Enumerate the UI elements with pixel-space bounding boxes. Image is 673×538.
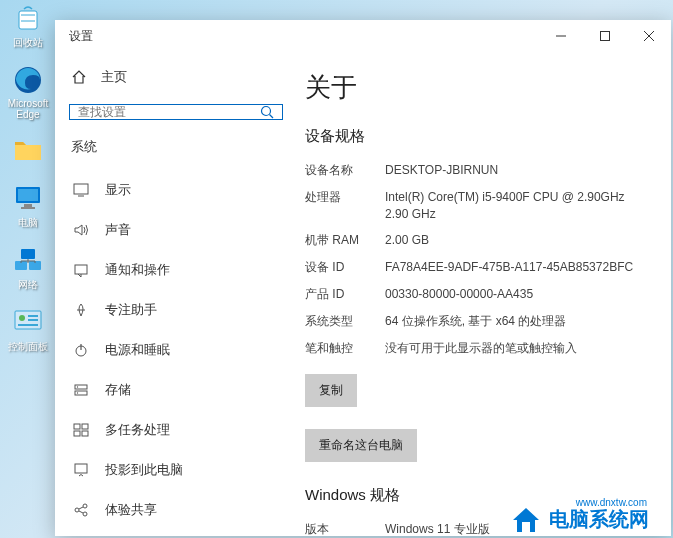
spec-ram: 机带 RAM 2.00 GB — [305, 232, 647, 249]
close-button[interactable] — [627, 20, 671, 52]
device-spec-title: 设备规格 — [305, 127, 647, 146]
content-area: 关于 设备规格 设备名称 DESKTOP-JBIRNUN 处理器 Intel(R… — [297, 52, 671, 536]
nav-item-display[interactable]: 显示 — [69, 170, 283, 210]
nav-label: 通知和操作 — [105, 261, 170, 279]
desktop-icon-control-panel[interactable]: 控制面板 — [6, 306, 50, 354]
titlebar: 设置 — [55, 20, 671, 52]
spec-system-type: 系统类型 64 位操作系统, 基于 x64 的处理器 — [305, 313, 647, 330]
svg-point-10 — [19, 315, 25, 321]
svg-rect-13 — [18, 324, 38, 326]
spec-device-id: 设备 ID FA78A4EE-9ADF-475B-A117-45AB85372B… — [305, 259, 647, 276]
spec-label: 机带 RAM — [305, 232, 385, 249]
window-body: 主页 系统 显示 声音 通知和操作 — [55, 52, 671, 536]
svg-point-18 — [262, 107, 271, 116]
svg-rect-15 — [601, 32, 610, 41]
search-icon — [260, 105, 274, 119]
nav-label: 专注助手 — [105, 301, 157, 319]
svg-rect-29 — [74, 424, 80, 429]
spec-pen-touch: 笔和触控 没有可用于此显示器的笔或触控输入 — [305, 340, 647, 357]
recycle-bin-icon — [12, 2, 44, 34]
svg-rect-32 — [82, 431, 88, 436]
spec-value: 2.00 GB — [385, 232, 647, 249]
svg-rect-39 — [522, 522, 530, 532]
svg-rect-6 — [21, 249, 35, 259]
focus-icon — [73, 302, 89, 318]
home-link[interactable]: 主页 — [69, 64, 283, 90]
desktop-icon-folder[interactable] — [6, 134, 50, 168]
watermark: 电脑系统网 — [509, 504, 649, 534]
desktop-icon-this-pc[interactable]: 电脑 — [6, 182, 50, 230]
spec-value: 64 位操作系统, 基于 x64 的处理器 — [385, 313, 647, 330]
watermark-text: 电脑系统网 — [549, 506, 649, 533]
notifications-icon — [73, 262, 89, 278]
nav-item-notifications[interactable]: 通知和操作 — [69, 250, 283, 290]
storage-icon — [73, 382, 89, 398]
spec-label: 版本 — [305, 521, 385, 536]
window-title: 设置 — [69, 28, 539, 45]
nav-label: 投影到此电脑 — [105, 461, 183, 479]
desktop-icon-network[interactable]: 网络 — [6, 244, 50, 292]
pc-icon — [12, 182, 44, 214]
nav-item-sound[interactable]: 声音 — [69, 210, 283, 250]
spec-value: 00330-80000-00000-AA435 — [385, 286, 647, 303]
spec-label: 系统类型 — [305, 313, 385, 330]
edge-icon — [12, 64, 44, 96]
settings-window: 设置 主页 系统 显示 — [55, 20, 671, 536]
maximize-button[interactable] — [583, 20, 627, 52]
titlebar-controls — [539, 20, 671, 52]
network-icon — [12, 244, 44, 276]
category-title: 系统 — [69, 138, 283, 156]
sound-icon — [73, 222, 89, 238]
svg-point-28 — [77, 392, 78, 393]
desktop-icon-recycle-bin[interactable]: 回收站 — [6, 2, 50, 50]
nav-item-power[interactable]: 电源和睡眠 — [69, 330, 283, 370]
nav-label: 体验共享 — [105, 501, 157, 519]
copy-button[interactable]: 复制 — [305, 374, 357, 407]
nav-item-shared[interactable]: 体验共享 — [69, 490, 283, 530]
nav-items: 显示 声音 通知和操作 专注助手 电源和睡眠 — [69, 170, 283, 530]
svg-rect-4 — [24, 204, 32, 207]
spec-product-id: 产品 ID 00330-80000-00000-AA435 — [305, 286, 647, 303]
svg-point-34 — [75, 508, 79, 512]
svg-point-36 — [83, 512, 87, 516]
minimize-button[interactable] — [539, 20, 583, 52]
spec-label: 产品 ID — [305, 286, 385, 303]
nav-item-focus[interactable]: 专注助手 — [69, 290, 283, 330]
home-icon — [71, 69, 87, 85]
spec-label: 笔和触控 — [305, 340, 385, 357]
home-label: 主页 — [101, 68, 127, 86]
nav-item-projecting[interactable]: 投影到此电脑 — [69, 450, 283, 490]
desktop-icon-edge[interactable]: Microsoft Edge — [6, 64, 50, 120]
desktop-icon-label: 控制面板 — [8, 340, 48, 354]
spec-value: Intel(R) Core(TM) i5-9400F CPU @ 2.90GHz… — [385, 189, 647, 223]
shared-icon — [73, 502, 89, 518]
spec-label: 设备 ID — [305, 259, 385, 276]
svg-rect-11 — [28, 315, 38, 317]
display-icon — [73, 182, 89, 198]
svg-line-37 — [79, 507, 83, 509]
svg-rect-0 — [19, 11, 37, 29]
spec-value: DESKTOP-JBIRNUN — [385, 162, 647, 179]
spec-value: FA78A4EE-9ADF-475B-A117-45AB85372BFC — [385, 259, 647, 276]
search-input[interactable] — [78, 105, 260, 119]
projecting-icon — [73, 462, 89, 478]
nav-label: 多任务处理 — [105, 421, 170, 439]
watermark-logo-icon — [509, 504, 543, 534]
nav-item-multitasking[interactable]: 多任务处理 — [69, 410, 283, 450]
control-panel-icon — [12, 306, 44, 338]
svg-point-27 — [77, 386, 78, 387]
spec-processor: 处理器 Intel(R) Core(TM) i5-9400F CPU @ 2.9… — [305, 189, 647, 223]
svg-rect-30 — [82, 424, 88, 429]
search-box[interactable] — [69, 104, 283, 120]
desktop-icons: 回收站 Microsoft Edge 电脑 网络 控制面板 — [6, 2, 50, 368]
nav-label: 电源和睡眠 — [105, 341, 170, 359]
svg-rect-5 — [21, 207, 35, 209]
svg-rect-33 — [75, 464, 87, 473]
svg-rect-12 — [28, 319, 38, 321]
nav-label: 显示 — [105, 181, 131, 199]
spec-device-name: 设备名称 DESKTOP-JBIRNUN — [305, 162, 647, 179]
nav-label: 存储 — [105, 381, 131, 399]
rename-pc-button[interactable]: 重命名这台电脑 — [305, 429, 417, 462]
nav-item-storage[interactable]: 存储 — [69, 370, 283, 410]
svg-rect-3 — [18, 189, 38, 201]
